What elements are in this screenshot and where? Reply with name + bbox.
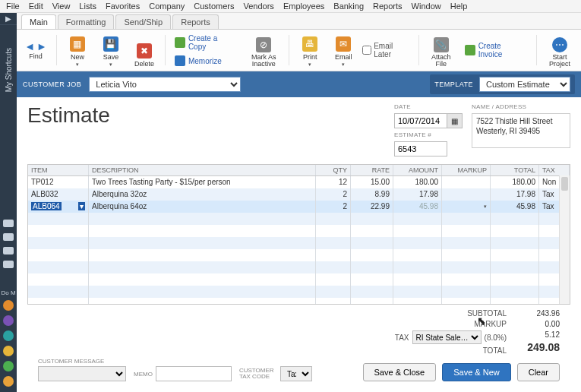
memo-input[interactable] [156,366,232,381]
delete-icon: ✖ [137,43,152,58]
date-label: DATE [394,103,463,110]
print-button[interactable]: 🖶Print▾ [295,33,324,68]
hdr-amount[interactable]: AMOUNT [393,165,442,175]
grid-scrollbar[interactable] [559,175,570,304]
rail-do-label: Do M [1,289,15,296]
table-row[interactable] [28,225,570,237]
email-later-input[interactable] [362,46,371,55]
markup-total-label: MARKUP [395,320,507,328]
mark-inactive-button[interactable]: ⊘Mark As Inactive [245,33,283,68]
table-row[interactable]: TP012Two Trees Tasting Party - $15/per p… [28,176,570,188]
save-button[interactable]: 💾Save▾ [96,33,125,68]
rail-item-3[interactable] [3,247,14,254]
tax-select[interactable]: RI State Sale… [412,330,482,344]
copy-icon [175,37,185,48]
email-button[interactable]: ✉Email▾ [329,33,358,68]
toolbar: ◄ ► Find ▦New▾ 💾Save▾ ✖Delete Create a C… [17,30,581,71]
tab-formatting[interactable]: Formatting [58,14,115,29]
date-input[interactable] [394,113,447,128]
save-close-button[interactable]: Save & Close [363,363,437,381]
hdr-desc[interactable]: DESCRIPTION [89,165,316,175]
template-select[interactable]: Custom Estimate [479,77,570,92]
menu-customers[interactable]: Customers [194,2,234,11]
save-icon: 💾 [103,36,118,52]
table-row[interactable] [28,273,570,286]
table-row[interactable] [28,213,570,225]
menu-view[interactable]: View [52,2,71,11]
dock-icon-2[interactable] [3,315,14,326]
subtotal-label: SUBTOTAL [395,309,507,318]
table-row[interactable]: ALB032Alberquina 32oz28.9917.9817.98Tax [28,188,570,201]
estimate-no-input[interactable] [394,141,447,156]
clear-button[interactable]: Clear [517,363,560,381]
menu-window[interactable]: Window [412,2,441,11]
menu-lists[interactable]: Lists [79,2,96,11]
ctax-label: CUSTOMER TAX CODE [239,368,277,380]
dock-icon-1[interactable] [3,300,14,311]
new-button[interactable]: ▦New▾ [63,33,92,68]
find-button[interactable]: Find [21,52,50,60]
calendar-icon[interactable]: ▦ [447,113,463,128]
menu-edit[interactable]: Edit [29,2,43,11]
hdr-tax[interactable]: TAX [539,165,570,175]
menu-employees[interactable]: Employees [283,2,324,11]
menu-file[interactable]: File [6,2,20,11]
rail-expand-icon[interactable]: ▶ [0,13,17,25]
dock-icon-plus[interactable] [3,361,14,371]
attach-file-button[interactable]: 📎Attach File [425,33,457,68]
rail-item-4[interactable] [3,261,14,268]
menu-company[interactable]: Company [149,2,185,11]
tab-main[interactable]: Main [21,14,56,29]
table-row[interactable] [28,261,570,273]
table-row[interactable] [28,249,570,261]
scrollbar-thumb[interactable] [561,177,568,191]
tab-reports[interactable]: Reports [172,14,219,29]
hdr-qty[interactable]: QTY [316,165,351,175]
create-copy-button[interactable]: Create a Copy [172,33,240,52]
total-value: 249.08 [514,341,560,353]
dock-icon-4[interactable] [3,346,14,356]
menu-favorites[interactable]: Favorites [106,2,140,11]
tax-label: TAX [395,334,409,342]
rail-shortcuts-label[interactable]: My Shortcuts [5,48,13,92]
hdr-rate[interactable]: RATE [351,165,393,175]
menu-vendors[interactable]: Vendors [244,2,274,11]
start-project-button[interactable]: ⋯Start Project [543,33,576,68]
customer-job-label: CUSTOMER JOB [23,81,81,88]
dock-icon-3[interactable] [3,330,14,341]
hdr-item[interactable]: ITEM [28,165,89,175]
nav-prev-icon[interactable]: ◄ [24,40,35,52]
tab-sendship[interactable]: Send/Ship [115,14,171,29]
nav-next-icon[interactable]: ► [36,40,47,52]
rail-item-1[interactable] [3,220,14,227]
menu-help[interactable]: Help [450,2,468,11]
table-row[interactable] [28,286,570,298]
address-box[interactable]: 7522 Thistle Hill Street Westerly, RI 39… [472,113,570,148]
page-title: Estimate [27,103,394,128]
memorize-button[interactable]: Memorize [172,54,240,68]
tax-value: 5.12 [514,330,560,339]
menu-banking[interactable]: Banking [333,2,364,11]
dock-icon-dollar[interactable] [3,376,14,387]
create-invoice-button[interactable]: Create Invoice [462,40,530,60]
project-icon: ⋯ [552,37,567,52]
cust-msg-select[interactable] [38,366,126,381]
hdr-markup[interactable]: MARKUP [442,165,491,175]
line-item-grid: ITEM DESCRIPTION QTY RATE AMOUNT MARKUP … [27,164,570,305]
grid-body[interactable]: TP012Two Trees Tasting Party - $15/per p… [28,176,570,304]
footer: CUSTOMER MESSAGE MEMO CUSTOMER TAX CODE … [27,356,570,389]
ctax-select[interactable]: Tax [280,366,312,381]
table-row[interactable] [28,237,570,249]
markup-total-value: 0.00 [514,320,560,328]
menu-reports[interactable]: Reports [373,2,403,11]
email-later-checkbox[interactable]: Email Later [362,42,412,58]
grid-header: ITEM DESCRIPTION QTY RATE AMOUNT MARKUP … [28,165,570,176]
rail-item-2[interactable] [3,233,14,241]
table-row[interactable]: ALB064 ▾Alberquina 64oz222.9945.98▾45.98… [28,201,570,213]
template-label: TEMPLATE [434,81,473,88]
table-row[interactable] [28,298,570,304]
customer-job-select[interactable]: Leticia Vito [89,77,241,92]
save-new-button[interactable]: Save & New [442,363,511,381]
delete-button[interactable]: ✖Delete [130,33,159,68]
hdr-total[interactable]: TOTAL [491,165,539,175]
